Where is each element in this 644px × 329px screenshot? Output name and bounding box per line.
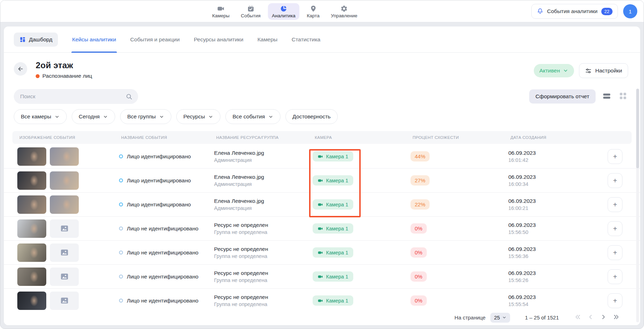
grid-view-button[interactable]: [618, 91, 628, 102]
tab-dashboard[interactable]: Дашборд: [14, 33, 58, 47]
camera-chip[interactable]: Камера 1: [313, 151, 353, 161]
tab-analytics-resources[interactable]: Ресурсы аналитики: [194, 27, 243, 53]
camera-chip[interactable]: Камера 1: [313, 295, 353, 306]
event-time: 16:00:34: [508, 181, 604, 187]
next-page-button[interactable]: [600, 313, 607, 322]
resource-name: Ресурс не определен: [214, 294, 313, 300]
tab-events-reactions[interactable]: События и реакции: [130, 27, 180, 53]
content-card: ДашбордКейсы аналитикиСобытия и реакцииР…: [4, 27, 640, 325]
filter-all-events[interactable]: Все события: [225, 109, 280, 124]
user-avatar[interactable]: 1: [623, 4, 637, 18]
chevron-left-icon: [587, 313, 594, 321]
nav-item-map[interactable]: Карта: [303, 3, 323, 20]
event-time: 15:56:36: [508, 253, 604, 259]
event-images-cell: [17, 219, 119, 238]
event-image-thumbnail[interactable]: [17, 195, 46, 214]
status-ring-icon: [119, 227, 123, 230]
chevron-down-icon: [103, 114, 108, 119]
scrollbar[interactable]: [636, 89, 639, 322]
table-body: Лицо идентифицированоЕлена Левченко.jpgА…: [4, 145, 640, 313]
event-image-thumbnail[interactable]: [17, 171, 46, 190]
tab-cameras[interactable]: Камеры: [258, 27, 278, 53]
resource-group: Администрация: [214, 157, 313, 163]
nav-item-analytics[interactable]: Аналитика: [268, 3, 300, 20]
similarity-badge: 0%: [410, 223, 427, 234]
event-image-thumbnail[interactable]: [17, 243, 46, 262]
nav-item-events[interactable]: События: [237, 3, 265, 20]
nav-item-management[interactable]: Управление: [327, 3, 361, 20]
similarity-badge: 44%: [410, 151, 430, 161]
camera-chip[interactable]: Камера 1: [313, 175, 353, 186]
last-page-button[interactable]: [613, 313, 620, 322]
date-cell: 06.09.202316:00:34: [508, 174, 604, 187]
camera-label: Камера 1: [326, 274, 348, 280]
scrollbar-thumb[interactable]: [636, 89, 639, 168]
camera-chip[interactable]: Камера 1: [313, 247, 353, 258]
column-header: ПРОЦЕНТ СХОЖЕСТИ: [410, 135, 508, 140]
camera-chip-icon: [318, 154, 323, 159]
settings-button[interactable]: Настройки: [579, 63, 628, 78]
filter-today[interactable]: Сегодня: [72, 109, 115, 124]
status-dropdown[interactable]: Активен: [534, 64, 574, 77]
camera-chip[interactable]: Камера 1: [313, 199, 353, 210]
add-button[interactable]: +: [608, 245, 622, 260]
filter-all-groups[interactable]: Все группы: [120, 109, 171, 124]
add-button[interactable]: +: [608, 197, 622, 212]
event-image-thumbnail[interactable]: [17, 147, 46, 166]
generate-report-button[interactable]: Сформировать отчет: [529, 89, 596, 104]
event-image-thumbnail[interactable]: [17, 292, 46, 310]
event-image-thumbnail[interactable]: [17, 219, 46, 238]
resource-cell: Елена Левченко.jpgАдминистрация: [214, 150, 313, 163]
first-page-button[interactable]: [574, 313, 581, 322]
event-image-thumbnail[interactable]: [50, 147, 79, 166]
add-button[interactable]: +: [608, 173, 622, 188]
event-date: 06.09.2023: [508, 246, 604, 252]
add-button[interactable]: +: [608, 149, 622, 164]
search-icon[interactable]: [126, 93, 132, 100]
filter-label: Все камеры: [21, 113, 51, 120]
filter-all-cameras[interactable]: Все камеры: [14, 109, 67, 124]
event-images-cell: [17, 147, 119, 166]
chevron-down-icon: [159, 114, 164, 119]
analytics-events-label: События аналитики: [547, 8, 598, 14]
filter-confidence[interactable]: Достоверность: [285, 109, 338, 124]
tab-statistics[interactable]: Статистика: [291, 27, 320, 53]
filter-resources[interactable]: Ресурсы: [176, 109, 220, 124]
event-images-cell: [17, 243, 119, 262]
date-cell: 06.09.202316:00:21: [508, 198, 604, 211]
nav-item-label: Камеры: [212, 13, 229, 18]
add-button[interactable]: +: [608, 269, 622, 284]
event-image-thumbnail[interactable]: [50, 195, 79, 214]
similarity-badge: 22%: [410, 199, 430, 210]
nav-item-label: Карта: [307, 13, 319, 18]
add-button[interactable]: +: [608, 221, 622, 236]
resource-group: Группа не определена: [214, 277, 313, 283]
resource-name: Елена Левченко.jpg: [214, 198, 313, 204]
add-button[interactable]: +: [608, 293, 622, 308]
event-image-thumbnail[interactable]: [50, 171, 79, 190]
list-view-button[interactable]: [602, 91, 612, 102]
camera-label: Камера 1: [326, 154, 348, 159]
image-placeholder-icon: [60, 272, 69, 281]
nav-item-cameras[interactable]: Камеры: [208, 3, 233, 20]
back-button[interactable]: [14, 62, 27, 76]
search-input[interactable]: [20, 93, 126, 100]
event-name-cell: Лицо не идентифицировано: [119, 225, 214, 232]
events-count-badge: 22: [601, 8, 613, 15]
resource-cell: Елена Левченко.jpgАдминистрация: [214, 198, 313, 211]
column-header: ИЗОБРАЖЕНИЕ СОБЫТИЯ: [17, 135, 119, 140]
camera-chip[interactable]: Камера 1: [313, 271, 353, 282]
tab-analytics-cases[interactable]: Кейсы аналитики: [72, 27, 116, 53]
pagination-range: 1 – 25 of 1521: [525, 315, 559, 321]
per-page-label: На странице: [455, 315, 486, 321]
map-pin-icon: [309, 5, 317, 12]
table-row: Лицо идентифицированоЕлена Левченко.jpgА…: [4, 193, 640, 217]
per-page-select[interactable]: 25: [490, 313, 510, 323]
nav-item-label: События: [241, 13, 261, 18]
analytics-events-button[interactable]: События аналитики 22: [531, 4, 618, 19]
event-image-thumbnail[interactable]: [17, 268, 46, 286]
event-name: Лицо не идентифицировано: [127, 249, 199, 256]
event-date: 06.09.2023: [508, 174, 604, 180]
previous-page-button[interactable]: [587, 313, 594, 322]
camera-chip[interactable]: Камера 1: [313, 223, 353, 234]
